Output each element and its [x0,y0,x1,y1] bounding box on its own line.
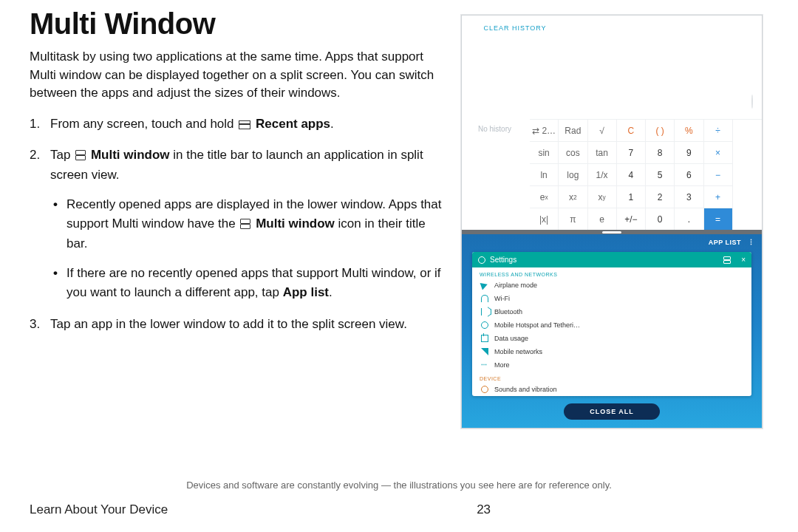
key-div: ÷ [704,120,733,142]
row-more: ⋯More [472,358,751,372]
bullet-2-c: . [329,285,332,299]
step-2-bullets: Recently opened apps are displayed in th… [50,195,443,303]
illustration-column: CLEAR HISTORY No history ⇄ 2… Rad √ C ( … [461,7,771,473]
history-toggle-icon [751,95,753,109]
key-0: 0 [646,208,675,231]
step-3: Tap an app in the lower window to add it… [30,315,443,334]
page-title: Multi Window [30,7,443,41]
manual-page: Multi Window Multitask by using two appl… [0,0,798,473]
key-plus: + [704,186,733,208]
bullet-2-a: If there are no recently opened apps tha… [66,266,441,299]
key-e: e [588,208,617,231]
bullet-2: If there are no recently opened apps tha… [50,264,443,303]
disclaimer-text: Devices and software are constantly evol… [0,480,798,491]
text-column: Multi Window Multitask by using two appl… [30,7,443,473]
step-1-bold: Recent apps [256,117,330,131]
wifi-icon [481,295,488,302]
bullet-1-bold: Multi window [256,216,335,231]
more-icon: ⋮ [748,239,754,246]
key-unit: ⇄ 2… [530,120,559,142]
calculator-pane: CLEAR HISTORY [462,16,762,119]
intro-paragraph: Multitask by using two applications at t… [30,48,443,103]
row-hotspot: Mobile Hotspot and Tetheri… [472,318,751,332]
step-1-post: . [330,117,334,131]
key-rad: Rad [559,120,587,142]
key-9: 9 [675,142,703,164]
page-footer: Learn About Your Device 23 [30,502,768,517]
row-sounds: Sounds and vibration [472,383,751,396]
step-2-bold: Multi window [91,148,170,162]
app-list-label: APP LIST [709,239,741,246]
key-x2: x2 [559,186,587,208]
key-8: 8 [646,142,675,164]
key-paren: ( ) [646,120,675,142]
key-ex: ex [530,186,559,208]
footer-page-number: 23 [477,502,491,517]
key-abs: |x| [530,208,559,231]
bullet-1: Recently opened apps are displayed in th… [50,195,443,253]
row-data: Data usage [472,332,751,345]
hotspot-icon [481,321,488,329]
bullet-2-bold: App list [283,285,329,299]
key-cos: cos [559,142,587,164]
step-2-pre: Tap [50,148,74,162]
row-wifi: Wi-Fi [472,292,751,305]
key-1: 1 [617,186,646,208]
key-ln: ln [530,164,559,186]
key-clear: C [617,120,646,142]
key-equals: = [704,208,733,231]
close-all-button: CLOSE ALL [564,403,660,420]
section-device: DEVICE [472,372,751,383]
key-xy: xy [588,186,617,208]
key-sqrt: √ [588,120,617,142]
row-mobile: Mobile networks [472,345,751,358]
key-sign: +/− [617,208,646,231]
lower-pane: APP LIST ⋮ Settings × WIRELESS AND NETWO… [462,234,762,428]
multi-window-icon [240,219,250,229]
app-list-bar: APP LIST ⋮ [462,234,762,250]
key-5: 5 [646,164,675,186]
device-screenshot: CLEAR HISTORY No history ⇄ 2… Rad √ C ( … [461,15,763,429]
key-log: log [559,164,587,186]
step-1: From any screen, touch and hold Recent a… [30,115,443,134]
key-4: 4 [617,164,646,186]
key-mul: × [704,142,733,164]
key-inv: 1/x [588,164,617,186]
key-percent: % [675,120,703,142]
key-minus: − [704,164,733,186]
key-6: 6 [675,164,703,186]
steps-list: From any screen, touch and hold Recent a… [30,115,443,334]
mobile-network-icon [481,348,488,355]
sound-icon [481,386,488,393]
footer-section: Learn About Your Device [30,502,168,517]
close-icon: × [741,256,746,264]
multi-window-icon [723,256,731,264]
row-airplane: Airplane mode [472,279,751,292]
clear-history-link: CLEAR HISTORY [471,20,559,32]
more-icon: ⋯ [481,361,488,369]
row-bluetooth: Bluetooth [472,305,751,318]
gear-icon [478,256,485,264]
step-2: Tap Multi window in the title bar to lau… [30,146,443,302]
no-history-label: No history [478,125,511,133]
bluetooth-icon [481,308,488,316]
recent-app-card: Settings × WIRELESS AND NETWORKS Airplan… [472,252,751,396]
card-title-label: Settings [490,256,516,264]
calculator-keypad: ⇄ 2… Rad √ C ( ) % ÷ sin cos tan 7 8 9 ×… [530,119,762,231]
key-7: 7 [617,142,646,164]
key-3: 3 [675,186,703,208]
card-titlebar: Settings × [472,252,751,267]
step-1-pre: From any screen, touch and hold [50,117,237,131]
data-usage-icon [481,335,488,342]
key-sin: sin [530,142,559,164]
key-dot: . [675,208,703,231]
multi-window-icon [75,150,86,160]
section-wireless: WIRELESS AND NETWORKS [472,267,751,279]
recent-apps-icon [239,120,250,129]
airplane-icon [480,281,490,290]
key-tan: tan [588,142,617,164]
key-2: 2 [646,186,675,208]
key-pi: π [559,208,587,231]
